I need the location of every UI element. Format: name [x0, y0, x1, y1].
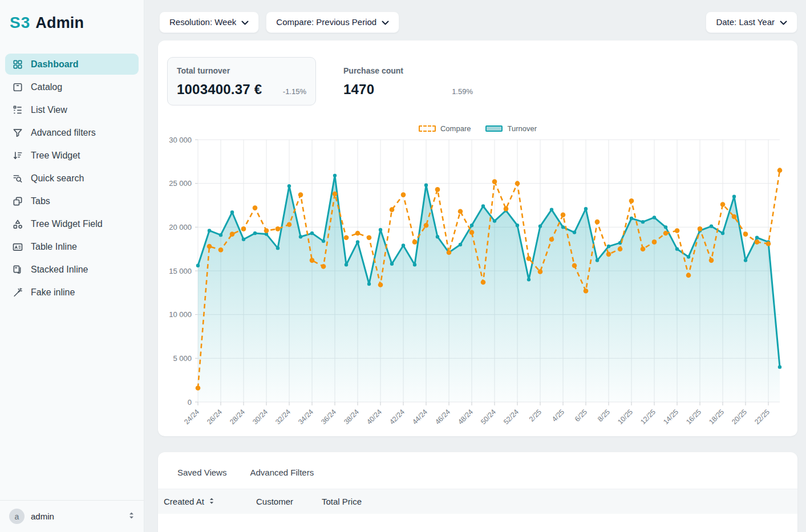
hierarchy-shapes-icon: [11, 218, 23, 230]
svg-text:50/24: 50/24: [479, 408, 497, 426]
main-content: Resolution: Week Compare: Previous Perio…: [144, 0, 806, 532]
svg-text:8/25: 8/25: [596, 408, 611, 423]
svg-text:20/25: 20/25: [730, 408, 748, 426]
search-list-icon: [11, 172, 23, 184]
svg-text:18/25: 18/25: [707, 408, 726, 426]
sidebar-item-tree-widget-field[interactable]: Tree Widget Field: [5, 213, 139, 234]
compare-dropdown[interactable]: Compare: Previous Period: [266, 11, 399, 33]
svg-text:16/25: 16/25: [685, 408, 703, 426]
orders-table-header: Created At Customer Total Price: [158, 489, 797, 514]
column-total-price[interactable]: Total Price: [322, 497, 797, 506]
sidebar-item-tabs[interactable]: Tabs: [5, 190, 139, 212]
svg-text:42/24: 42/24: [388, 408, 406, 426]
kpi-purchase-count[interactable]: Purchase count 1470 1.59%: [334, 57, 483, 105]
compare-swatch-icon: [419, 125, 436, 132]
svg-text:40/24: 40/24: [365, 408, 383, 426]
sidebar: S3 Admin Dashboard Catalog List View Ad: [0, 0, 144, 532]
sidebar-item-table-inline[interactable]: Table Inline: [5, 236, 139, 257]
svg-text:5 000: 5 000: [173, 354, 192, 363]
svg-text:24/24: 24/24: [183, 408, 201, 426]
kpi-label: Purchase count: [343, 66, 473, 75]
dashboard-grid-icon: [11, 58, 23, 70]
sidebar-item-catalog[interactable]: Catalog: [5, 76, 139, 98]
sort-arrows-icon: [209, 497, 214, 506]
legend-compare[interactable]: Compare: [419, 124, 471, 133]
kpi-row: Total turnover 1003400.37 € -1.15% Purch…: [167, 57, 788, 105]
turnover-chart[interactable]: 05 00010 00015 00020 00025 00030 00024/2…: [167, 135, 788, 437]
sidebar-item-advanced-filters[interactable]: Advanced filters: [5, 122, 139, 143]
svg-text:32/24: 32/24: [274, 408, 292, 426]
svg-text:10 000: 10 000: [169, 310, 192, 319]
tabs-icon: [11, 195, 23, 207]
dashboard-chart-panel: Total turnover 1003400.37 € -1.15% Purch…: [158, 40, 797, 436]
kpi-label: Total turnover: [177, 66, 306, 75]
sidebar-item-list-view[interactable]: List View: [5, 99, 139, 120]
brand-mark: S3: [10, 14, 30, 32]
chart-legend: Compare Turnover: [167, 124, 788, 133]
resolution-dropdown[interactable]: Resolution: Week: [159, 11, 259, 33]
orders-panel-tabs: Saved Views Advanced Filters: [158, 452, 797, 489]
svg-text:34/24: 34/24: [297, 408, 315, 426]
svg-text:44/24: 44/24: [411, 408, 429, 426]
stacked-documents-icon: [11, 263, 23, 275]
avatar: a: [9, 509, 25, 524]
sidebar-item-tree-widget[interactable]: Tree Widget: [5, 145, 139, 166]
sidebar-item-fake-inline[interactable]: Fake inline: [5, 282, 139, 303]
chevron-down-icon: [780, 17, 787, 27]
svg-text:14/25: 14/25: [662, 408, 680, 426]
sidebar-nav: Dashboard Catalog List View Advanced fil…: [0, 54, 144, 303]
filter-funnel-icon: [11, 127, 23, 139]
kpi-total-turnover[interactable]: Total turnover 1003400.37 € -1.15%: [167, 57, 316, 105]
svg-text:46/24: 46/24: [434, 408, 452, 426]
catalog-box-icon: [11, 81, 23, 93]
svg-text:4/25: 4/25: [550, 408, 566, 423]
id-card-icon: [11, 241, 23, 253]
sidebar-item-quick-search[interactable]: Quick search: [5, 168, 139, 189]
sidebar-item-dashboard[interactable]: Dashboard: [5, 54, 139, 75]
column-created-at[interactable]: Created At: [158, 497, 256, 506]
tab-saved-views[interactable]: Saved Views: [177, 468, 226, 477]
date-dropdown[interactable]: Date: Last Year: [706, 11, 797, 33]
magic-wand-icon: [11, 286, 23, 298]
app-logo: S3 Admin: [0, 14, 144, 32]
svg-text:36/24: 36/24: [319, 408, 338, 426]
svg-text:10/25: 10/25: [616, 408, 634, 426]
username: admin: [31, 511, 122, 521]
sort-descending-icon: [11, 149, 23, 161]
svg-text:28/24: 28/24: [228, 408, 246, 426]
table-row: [158, 514, 797, 519]
svg-text:20 000: 20 000: [169, 223, 192, 232]
topbar: Resolution: Week Compare: Previous Perio…: [158, 0, 797, 40]
svg-text:48/24: 48/24: [456, 408, 475, 426]
kpi-value: 1470: [343, 82, 374, 98]
svg-text:30 000: 30 000: [169, 136, 192, 144]
svg-text:38/24: 38/24: [342, 408, 361, 426]
svg-text:2/25: 2/25: [528, 408, 543, 423]
tab-advanced-filters[interactable]: Advanced Filters: [250, 468, 314, 477]
svg-text:22/25: 22/25: [753, 408, 771, 426]
chevron-down-icon: [241, 17, 249, 27]
svg-text:30/24: 30/24: [251, 408, 269, 426]
column-customer[interactable]: Customer: [256, 497, 322, 506]
svg-text:15 000: 15 000: [169, 267, 192, 275]
svg-text:52/24: 52/24: [502, 408, 520, 426]
svg-text:26/24: 26/24: [205, 408, 224, 426]
legend-turnover[interactable]: Turnover: [485, 124, 537, 133]
kpi-delta: 1.59%: [452, 87, 473, 96]
user-menu[interactable]: a admin: [0, 500, 144, 532]
sidebar-item-stacked-inline[interactable]: Stacked Inline: [5, 259, 139, 280]
orders-panel: Saved Views Advanced Filters Created At …: [158, 452, 797, 532]
turnover-swatch-icon: [485, 125, 503, 132]
chevron-down-icon: [382, 17, 389, 27]
svg-text:6/25: 6/25: [573, 408, 589, 423]
svg-text:25 000: 25 000: [169, 179, 192, 188]
brand-name: Admin: [35, 14, 84, 32]
select-arrows-icon: [128, 511, 135, 522]
list-icon: [11, 104, 23, 116]
svg-text:12/25: 12/25: [639, 408, 657, 426]
svg-text:0: 0: [188, 398, 192, 407]
kpi-value: 1003400.37 €: [177, 82, 262, 98]
kpi-delta: -1.15%: [283, 87, 306, 96]
